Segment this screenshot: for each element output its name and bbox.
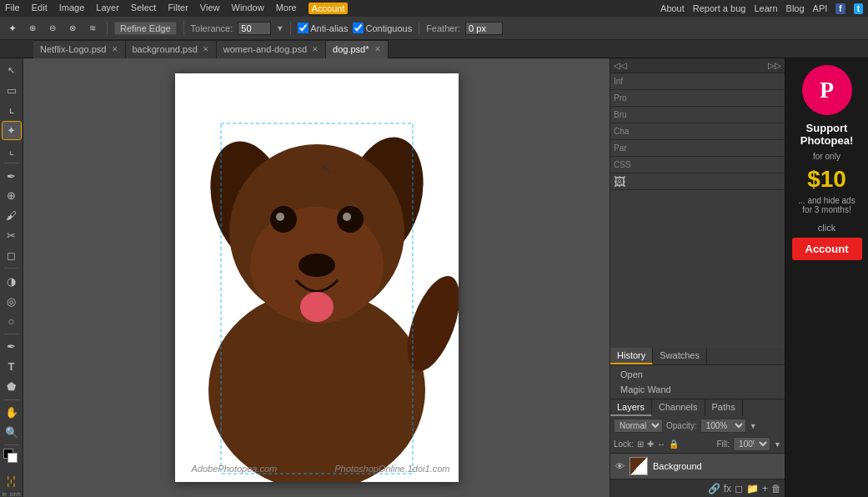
panel-collapse-right[interactable]: ▷▷ (768, 61, 781, 70)
menu-view[interactable]: View (200, 3, 220, 14)
crop-tool[interactable]: ⌞ (3, 141, 21, 159)
shape-tool[interactable]: ⬟ (3, 378, 21, 396)
tool-4-icon[interactable]: ⊗ (65, 21, 80, 36)
tab-channels[interactable]: Channels (652, 399, 705, 416)
gradient-tool[interactable]: ◑ (3, 272, 21, 290)
menu-more[interactable]: More (276, 3, 297, 14)
logo-bottom: ꔘ le_sinh (2, 474, 20, 497)
lasso-tool[interactable]: ʟ (3, 102, 21, 120)
lock-checkerboard-icon[interactable]: ⊞ (637, 439, 644, 449)
zoom-tool[interactable]: 🔍 (3, 423, 21, 441)
refine-edge-button[interactable]: Refine Edge (114, 22, 177, 35)
fill-arrow[interactable]: ▼ (774, 440, 781, 449)
nav-report-bug[interactable]: Report a bug (693, 3, 746, 13)
menu-edit[interactable]: Edit (32, 3, 48, 14)
info-row-inf[interactable]: Inf (610, 73, 785, 90)
text-tool[interactable]: T (3, 358, 21, 376)
nav-about[interactable]: About (660, 3, 685, 13)
move-tool[interactable]: ↖ (3, 62, 21, 80)
layer-visibility-icon[interactable]: 👁 (615, 461, 625, 471)
tab-close-netflix[interactable]: ✕ (112, 45, 118, 53)
tab-dog[interactable]: dog.psd* ✕ (326, 40, 388, 58)
blur-tool[interactable]: ◎ (3, 292, 21, 310)
anti-alias-checkbox[interactable] (298, 23, 309, 33)
tab-close-background[interactable]: ✕ (203, 45, 209, 53)
layers-add-icon[interactable]: + (762, 483, 768, 494)
info-row-css[interactable]: CSS (610, 157, 785, 173)
tool-3-icon[interactable]: ⊖ (45, 21, 60, 36)
eyedropper-tool[interactable]: ✒ (3, 167, 21, 185)
dodge-tool[interactable]: ○ (3, 312, 21, 330)
feather-input[interactable] (465, 22, 503, 35)
tab-close-dog[interactable]: ✕ (374, 45, 381, 53)
social-twitter-icon[interactable]: t (854, 3, 863, 14)
nav-blog[interactable]: Blog (786, 3, 805, 13)
info-row-cha[interactable]: Cha (610, 123, 785, 140)
tab-swatches[interactable]: Swatches (653, 348, 707, 364)
info-row-bru[interactable]: Bru (610, 107, 785, 123)
fill-select[interactable]: 100% (733, 437, 770, 451)
tolerance-input[interactable] (238, 22, 271, 35)
info-row-img[interactable]: 🖼 (610, 173, 785, 190)
tab-paths[interactable]: Paths (705, 399, 743, 416)
social-facebook-icon[interactable]: f (835, 3, 845, 14)
tab-women-and-dog[interactable]: women-and-dog.psd ✕ (217, 40, 326, 58)
svg-point-8 (276, 213, 284, 221)
ad-account-button[interactable]: Account (792, 238, 862, 260)
menu-filter[interactable]: Filter (168, 3, 188, 14)
select-tool[interactable]: ▭ (3, 82, 21, 100)
canvas-frame: ↖ AdobePhotopea.com PhotoshopOnline.1doi… (175, 73, 459, 482)
clone-tool[interactable]: ✂ (3, 227, 21, 245)
layers-link-icon[interactable]: 🔗 (708, 483, 720, 494)
menu-select[interactable]: Select (131, 3, 157, 14)
heal-tool[interactable]: ⊕ (3, 187, 21, 205)
eraser-tool[interactable]: ◻ (3, 247, 21, 265)
canvas-area[interactable]: ↖ AdobePhotopea.com PhotoshopOnline.1doi… (23, 58, 610, 497)
contiguous-checkbox[interactable] (353, 23, 364, 33)
layers-fx-icon[interactable]: fx (724, 483, 731, 494)
menu-image[interactable]: Image (59, 3, 85, 14)
layers-group-icon[interactable]: 📁 (746, 483, 759, 494)
ad-panel: P SupportPhotopea! for only $10 ... and … (785, 58, 868, 497)
opacity-arrow[interactable]: ▼ (750, 422, 757, 430)
tool-2-icon[interactable]: ⊕ (25, 21, 40, 36)
history-item-magic-wand[interactable]: Magic Wand (610, 382, 785, 397)
lock-move-icon[interactable]: ✚ (647, 439, 654, 449)
tab-close-women-and-dog[interactable]: ✕ (312, 45, 319, 53)
lock-padlock-icon[interactable]: 🔒 (669, 439, 679, 449)
tool-5-icon[interactable]: ≋ (85, 21, 100, 36)
magic-wand-left-tool[interactable]: ✦ (3, 122, 21, 140)
tab-history[interactable]: History (610, 348, 653, 364)
menu-window[interactable]: Window (232, 3, 264, 14)
background-color[interactable] (8, 453, 18, 463)
anti-alias-checkbox-label[interactable]: Anti-alias (298, 23, 348, 33)
info-label-par: Par (614, 143, 643, 153)
menu-layer[interactable]: Layer (96, 3, 119, 14)
menu-account[interactable]: Account (309, 3, 349, 14)
layers-delete-icon[interactable]: 🗑 (771, 483, 781, 494)
contiguous-checkbox-label[interactable]: Contiguous (353, 23, 412, 33)
magic-wand-tool-icon[interactable]: ✦ (5, 21, 20, 36)
lock-arrow-icon[interactable]: ↔ (657, 439, 665, 449)
tab-layers[interactable]: Layers (610, 399, 652, 416)
menu-file[interactable]: File (5, 3, 20, 14)
info-row-pro[interactable]: Pro (610, 90, 785, 107)
layers-mask-icon[interactable]: ◻ (735, 483, 743, 494)
nav-api[interactable]: API (813, 3, 828, 13)
color-swatch[interactable] (3, 449, 20, 465)
tab-netflix-logo[interactable]: Netflix-Logo.psd ✕ (33, 40, 126, 58)
blend-mode-select[interactable]: Normal (614, 419, 663, 433)
panel-collapse-left[interactable]: ◁◁ (614, 61, 627, 70)
top-nav: File Edit Image Layer Select Filter View… (0, 0, 868, 17)
info-row-par[interactable]: Par (610, 140, 785, 157)
brush-tool[interactable]: 🖌 (3, 207, 21, 225)
pen-tool[interactable]: ✒ (3, 338, 21, 356)
layer-item-background[interactable]: 👁 Background (610, 454, 785, 479)
opacity-select[interactable]: 100% (700, 419, 746, 433)
tolerance-arrow[interactable]: ▼ (276, 24, 283, 33)
history-item-open[interactable]: Open (610, 367, 785, 382)
nav-learn[interactable]: Learn (754, 3, 777, 13)
le-sinh-logo-icon: ꔘ (2, 474, 20, 491)
hand-tool[interactable]: ✋ (3, 404, 21, 422)
tab-background[interactable]: background.psd ✕ (126, 40, 217, 58)
